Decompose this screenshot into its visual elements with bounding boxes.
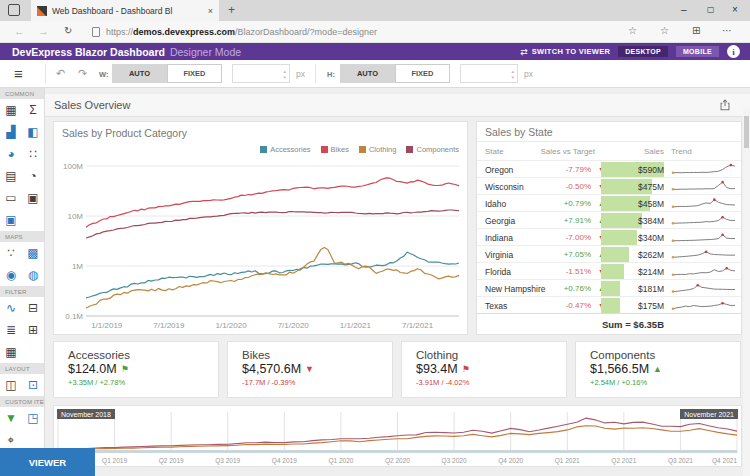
- designer-toolbar: ≡ ↶ ↷ W: AUTO FIXED ▴▾ px H: AUTO FIXED …: [0, 60, 750, 88]
- legend-item-clothing[interactable]: Clothing: [359, 145, 397, 154]
- svg-text:1M: 1M: [72, 262, 83, 271]
- more-menu-icon[interactable]: ⋯: [722, 25, 732, 36]
- sidebar-item-group[interactable]: ◫: [0, 374, 22, 396]
- tab-close-icon[interactable]: ×: [208, 6, 213, 16]
- state-name: Georgia: [485, 216, 515, 226]
- sidebar-item-geo-point-map[interactable]: ∵: [0, 242, 22, 264]
- sidebar-item-choropleth-map[interactable]: ▩: [22, 242, 44, 264]
- sidebar-item-tab-container[interactable]: ⊡: [22, 374, 44, 396]
- sidebar-item-pie-map[interactable]: ◍: [22, 264, 44, 286]
- dashboard-title-bar: Sales Overview: [45, 94, 750, 117]
- sidebar-item-treemap[interactable]: ◧: [22, 121, 44, 143]
- sidebar-item-scatter[interactable]: ∷: [22, 143, 44, 165]
- height-auto-button[interactable]: AUTO: [340, 64, 395, 83]
- mobile-button[interactable]: MOBILE: [676, 46, 719, 57]
- sidebar-item-webpage[interactable]: ◳: [22, 407, 44, 429]
- sidebar-item-textbox[interactable]: ▭: [0, 187, 22, 209]
- forward-icon[interactable]: →: [38, 25, 49, 37]
- tab-actions-icon[interactable]: [8, 4, 20, 16]
- sidebar-item-range-filter[interactable]: ∿: [0, 297, 22, 319]
- width-label: W:: [99, 70, 108, 79]
- collections-icon[interactable]: ⊞: [692, 25, 700, 36]
- card-value: $124.0M: [68, 362, 117, 376]
- card-components[interactable]: Components$1,566.5M▲+2.54M / +0.16%: [575, 341, 741, 398]
- table-row-virginia[interactable]: Virginia+7.05%▲$262M: [477, 245, 741, 262]
- info-icon[interactable]: i: [727, 45, 740, 58]
- menu-icon[interactable]: ≡: [14, 65, 23, 82]
- legend-item-components[interactable]: Components: [406, 145, 459, 154]
- sales-bar: [601, 281, 620, 296]
- sidebar-item-funnel[interactable]: ▼: [0, 407, 22, 429]
- sidebar-item-bound-image[interactable]: ▣: [0, 209, 22, 231]
- width-fixed-button[interactable]: FIXED: [167, 64, 222, 83]
- height-value-input[interactable]: ▴▾: [460, 64, 518, 83]
- export-icon[interactable]: [718, 98, 732, 116]
- col-state: State: [485, 147, 504, 156]
- section-label-common: COMMON: [0, 88, 44, 99]
- sidebar-item-gauges[interactable]: ◔: [22, 165, 44, 187]
- favorite-star-icon[interactable]: ☆: [660, 25, 669, 36]
- refresh-icon[interactable]: ↻: [64, 25, 72, 36]
- gauges-icon: ◔: [29, 169, 36, 183]
- width-auto-button[interactable]: AUTO: [112, 64, 167, 83]
- card-delta: -3.91M / -4.02%: [416, 378, 566, 387]
- width-value-input[interactable]: ▴▾: [232, 64, 290, 83]
- reading-list-icon[interactable]: ☆: [628, 25, 637, 36]
- card-clothing[interactable]: Clothing$93.4M⚑-3.91M / -4.02%: [401, 341, 567, 398]
- choropleth-map-icon: ▩: [27, 246, 38, 260]
- legend-label: Components: [416, 145, 459, 154]
- sidebar-item-cards[interactable]: ▤: [0, 165, 22, 187]
- window-close-button[interactable]: ×: [732, 4, 738, 15]
- table-row-georgia[interactable]: Georgia+7.91%▲$384M: [477, 211, 741, 228]
- range-filter-panel[interactable]: November 2018 November 2021 Q4 2018Q1 20…: [53, 405, 742, 467]
- page-icon[interactable]: [92, 27, 100, 37]
- table-row-oregon[interactable]: Oregon-7.79%▼$590M: [477, 160, 741, 177]
- sidebar-item-chart[interactable]: ▟: [0, 121, 22, 143]
- sidebar-item-image[interactable]: ▣: [22, 187, 44, 209]
- state-name: Wisconsin: [485, 182, 524, 192]
- sales-value: $214M: [638, 267, 664, 277]
- redo-icon[interactable]: ↷: [78, 67, 87, 80]
- section-label-filter: FILTER: [0, 286, 44, 297]
- legend-item-bikes[interactable]: Bikes: [321, 145, 349, 154]
- switch-to-viewer-button[interactable]: ⇄ SWITCH TO VIEWER: [520, 47, 610, 57]
- undo-icon[interactable]: ↶: [56, 67, 65, 80]
- window-minimize-button[interactable]: –: [681, 4, 687, 15]
- sidebar-item-treeview[interactable]: ⊞: [22, 319, 44, 341]
- table-row-new-hampshire[interactable]: New Hampshire+0.76%▲$181M: [477, 279, 741, 296]
- sidebar-item-bubble-map[interactable]: ◉: [0, 264, 22, 286]
- url-input[interactable]: https://demos.devexpress.com/BlazorDashb…: [106, 27, 377, 37]
- sidebar-item-date-filter[interactable]: ▦: [0, 341, 22, 363]
- legend-item-accessories[interactable]: Accessories: [260, 145, 310, 154]
- browser-tab[interactable]: Web Dashboard - Dashboard Bl ×: [31, 0, 219, 21]
- flag-up-icon: ⚑: [121, 364, 129, 374]
- svg-text:Q4 2020: Q4 2020: [498, 457, 523, 465]
- table-row-idaho[interactable]: Idaho+0.79%▲$458M: [477, 194, 741, 211]
- window-maximize-button[interactable]: ▢: [707, 5, 715, 14]
- range-filter-chart[interactable]: Q4 2018Q1 2019Q2 2019Q3 2019Q4 2019Q1 20…: [54, 406, 741, 470]
- svg-text:100M: 100M: [63, 162, 83, 171]
- card-accessories[interactable]: Accessories$124.0M⚑+3.35M / +2.78%: [53, 341, 219, 398]
- table-row-wisconsin[interactable]: Wisconsin-0.50%▼$475M: [477, 177, 741, 194]
- scrollbar-thumb[interactable]: [744, 116, 749, 148]
- table-row-florida[interactable]: Florida-1.51%▼$214M: [477, 262, 741, 279]
- sales-by-state-panel[interactable]: Sales by State State Sales vs Target Sal…: [476, 121, 742, 335]
- range-start-badge: November 2018: [57, 409, 115, 419]
- sales-by-category-chart-panel[interactable]: Sales by Product Category AccessoriesBik…: [53, 121, 468, 335]
- viewer-button[interactable]: VIEWER: [0, 448, 95, 476]
- height-fixed-button[interactable]: FIXED: [395, 64, 450, 83]
- table-row-texas[interactable]: Texas-0.47%▼$175M: [477, 296, 741, 313]
- new-tab-button[interactable]: +: [228, 3, 235, 17]
- sidebar-item-pivot[interactable]: Σ: [22, 99, 44, 121]
- desktop-button[interactable]: DESKTOP: [618, 46, 668, 57]
- svg-text:Q2 2021: Q2 2021: [611, 457, 636, 465]
- sidebar-item-combobox[interactable]: ⊟: [22, 297, 44, 319]
- scrollbar-track[interactable]: [743, 108, 750, 476]
- sales-value: $475M: [638, 182, 664, 192]
- table-row-indiana[interactable]: Indiana-7.00%▼$340M: [477, 228, 741, 245]
- sidebar-item-pies[interactable]: ◕: [0, 143, 22, 165]
- back-icon[interactable]: ←: [14, 25, 25, 37]
- sidebar-item-grid[interactable]: ▦: [0, 99, 22, 121]
- card-bikes[interactable]: Bikes$4,570.6M▼-17.7M / -0.39%: [227, 341, 393, 398]
- sidebar-item-listbox[interactable]: ≣: [0, 319, 22, 341]
